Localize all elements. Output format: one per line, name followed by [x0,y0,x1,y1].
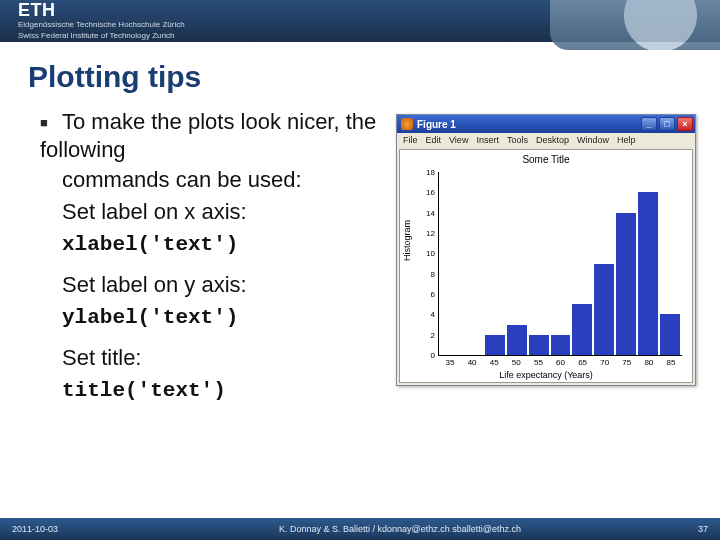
bar [551,335,571,355]
footer-page: 37 [658,524,708,534]
xtick: 45 [490,358,499,367]
bar [616,213,636,355]
plot-title: Some Title [400,154,692,165]
minimize-button[interactable]: _ [641,117,657,131]
bar [572,304,592,355]
menu-window[interactable]: Window [577,135,609,145]
title-desc: Set title: [40,343,390,373]
menu-desktop[interactable]: Desktop [536,135,569,145]
menubar: File Edit View Insert Tools Desktop Wind… [397,133,695,147]
window-title: Figure 1 [417,119,639,130]
ytick: 8 [411,269,435,278]
bar [485,335,505,355]
ytick: 14 [411,208,435,217]
window-titlebar: Figure 1 _ □ × [397,115,695,133]
bar [638,192,658,355]
ytick: 4 [411,310,435,319]
xtick: 80 [644,358,653,367]
ytick: 2 [411,330,435,339]
plot-area: Some Title Histogram Life expectancy (Ye… [399,149,693,383]
eth-banner: ETH Eidgenössische Technische Hochschule… [0,0,720,42]
xtick: 65 [578,358,587,367]
plot-axes: 024681012141618 3540455055606570758085 [438,172,682,356]
xtick: 55 [534,358,543,367]
footer-authors: K. Donnay & S. Balietti / kdonnay@ethz.c… [142,524,658,534]
xtick: 60 [556,358,565,367]
xtick: 35 [446,358,455,367]
footer: 2011-10-03 K. Donnay & S. Balietti / kdo… [0,518,720,540]
menu-file[interactable]: File [403,135,418,145]
menu-help[interactable]: Help [617,135,636,145]
menu-edit[interactable]: Edit [426,135,442,145]
bar [594,264,614,356]
xtick: 75 [622,358,631,367]
eth-sub2: Swiss Federal Institute of Technology Zu… [18,32,185,41]
ytick: 0 [411,351,435,360]
matlab-figure-window: Figure 1 _ □ × File Edit View Insert Too… [396,114,696,386]
xtick: 50 [512,358,521,367]
ytick: 6 [411,290,435,299]
xlabel-cmd: xlabel('text') [62,233,238,256]
bullet-line2: commands can be used: [40,165,390,195]
matlab-icon [401,118,413,130]
ytick: 18 [411,168,435,177]
xtick: 40 [468,358,477,367]
ylabel-cmd: ylabel('text') [62,306,238,329]
menu-insert[interactable]: Insert [476,135,499,145]
menu-view[interactable]: View [449,135,468,145]
ytick: 10 [411,249,435,258]
ytick: 12 [411,229,435,238]
bullet-line1: To make the plots look nicer, the follow… [40,108,390,163]
body-text: To make the plots look nicer, the follow… [40,108,390,518]
eth-logo-block: ETH Eidgenössische Technische Hochschule… [18,1,185,41]
plot-xlabel: Life expectancy (Years) [400,370,692,380]
ytick: 16 [411,188,435,197]
xtick: 85 [667,358,676,367]
xlabel-desc: Set label on x axis: [40,197,390,227]
ylabel-desc: Set label on y axis: [40,270,390,300]
maximize-button[interactable]: □ [659,117,675,131]
xtick: 70 [600,358,609,367]
bar [507,325,527,356]
slide-title: Plotting tips [28,60,720,94]
close-button[interactable]: × [677,117,693,131]
eth-logo: ETH [18,1,185,19]
title-cmd: title('text') [62,379,226,402]
bar [660,314,680,355]
bar [529,335,549,355]
eth-sub1: Eidgenössische Technische Hochschule Zür… [18,21,185,30]
menu-tools[interactable]: Tools [507,135,528,145]
footer-date: 2011-10-03 [12,524,142,534]
